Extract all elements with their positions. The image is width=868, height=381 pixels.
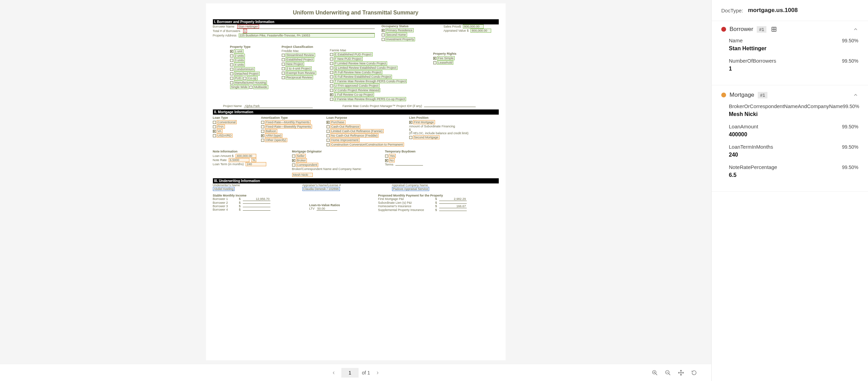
field-confidence: 99.50% xyxy=(843,104,859,109)
chevron-up-icon[interactable] xyxy=(853,92,858,98)
broker-company-value: Mesh Nicki xyxy=(292,173,313,177)
borrower2-label: Borrower 2 xyxy=(213,201,237,204)
fn-e: E Established PUD Project xyxy=(334,52,373,56)
field-name: Name xyxy=(729,38,743,43)
occ-second: Second Home xyxy=(385,33,407,37)
entity-name: Borrower xyxy=(730,26,753,33)
fm-recip: Reciprocal Review xyxy=(286,75,313,80)
property-address-label: Property Address xyxy=(213,34,237,37)
fm-exempt: Exempt from Review xyxy=(286,71,316,75)
homeowners-label: Homeowner's Insurance xyxy=(378,204,433,208)
fn-t: T Fannie Mae Review through PERS Condo P… xyxy=(334,79,407,83)
fn-1: 1 Full Review Co-op Project xyxy=(334,93,374,97)
first-pi-label: First Mortgage P&I xyxy=(378,197,433,201)
pt-single: Single Wide xyxy=(230,85,249,89)
field-block[interactable]: NoteRatePercentage99.50%6.5 xyxy=(729,164,858,178)
pt-mfg: Manufactured Housing xyxy=(234,81,267,85)
loan-term-label: Loan Term (in months) xyxy=(213,162,244,166)
appraisal-co-value: Padove Appraisal Service xyxy=(392,187,430,191)
entity-badge: #1 xyxy=(758,92,767,98)
note-info-label: Note Information xyxy=(213,150,285,153)
section2-header: II. Mortgage Information xyxy=(213,109,499,115)
ltv-text: LTV xyxy=(309,207,315,210)
pr-fee: Fee Simple xyxy=(437,56,455,60)
project-name-label: Project Name xyxy=(223,104,242,108)
field-value: 400000 xyxy=(729,131,858,138)
doctype-value: mortgage.us.1008 xyxy=(748,7,798,14)
sales-price-value: 800,000.00 xyxy=(463,24,484,29)
field-confidence: 99.50% xyxy=(842,124,858,129)
field-confidence: 99.50% xyxy=(842,144,858,150)
borrower1-label: Borrower 1 xyxy=(213,197,237,201)
field-block[interactable]: BrokerOrCorrespondentNameAndCompanyName9… xyxy=(729,103,858,117)
appraised-value: 800,000.00 xyxy=(471,29,491,33)
prev-page-button[interactable]: ‹ xyxy=(330,369,338,377)
pan-icon[interactable] xyxy=(678,369,684,376)
appraised-label: Appraised Value $ xyxy=(444,29,469,32)
field-value: 6.5 xyxy=(729,172,858,178)
fm-streamlined: Streamlined Review xyxy=(286,53,315,57)
mo-seller: Seller xyxy=(296,154,306,158)
borrower3-label: Borrower 3 xyxy=(213,204,237,208)
entity-body: BrokerOrCorrespondentNameAndCompanyName9… xyxy=(712,103,868,190)
lt-va: VA xyxy=(217,129,223,133)
svg-line-5 xyxy=(669,373,670,375)
homeowners-amount: 166.67 xyxy=(439,204,467,208)
lp-home: Home Improvement xyxy=(330,138,360,142)
lp-nocash: No Cash-Out Refinance (Freddie) xyxy=(330,134,379,138)
document-scroll-area[interactable]: Uniform Underwriting and Transmittal Sum… xyxy=(0,0,711,364)
entity-header-borrower[interactable]: Borrower#1 xyxy=(712,21,868,38)
pt-coop: Co-op xyxy=(247,76,258,80)
document-viewer: Uniform Underwriting and Transmittal Sum… xyxy=(0,0,711,381)
loan-amount-value: 400,000.00 xyxy=(236,154,256,158)
appraisal-co-label: Appraisal Company Name xyxy=(392,183,475,187)
field-name: NoteRatePercentage xyxy=(729,164,777,170)
am-monthly: Fixed-Rate—Monthly Payments xyxy=(265,120,311,124)
pr-lease: Leasehold xyxy=(437,61,454,65)
mo-broker: Broker xyxy=(296,158,307,162)
stable-income-label: Stable Monthly Income xyxy=(213,194,302,197)
page-number-input[interactable] xyxy=(341,368,359,378)
entity-dot-icon xyxy=(721,27,726,32)
next-page-button[interactable]: › xyxy=(373,369,382,377)
entity-header-mortgage[interactable]: Mortgage#1 xyxy=(712,87,868,103)
temp-buydown-label: Temporary Buydown xyxy=(385,150,437,153)
rotate-icon[interactable] xyxy=(691,369,698,376)
toolbar: ‹ of 1 › xyxy=(0,364,711,381)
amort-label: Amortization Type xyxy=(261,116,320,119)
lp-limited: Limited Cash-Out Refinance (Fannie) xyxy=(330,129,384,133)
entity-name: Mortgage xyxy=(730,92,754,98)
section3-header: III. Underwriting Information xyxy=(213,178,499,183)
appraiser-value: Claudia Denesik / 102896 xyxy=(302,187,340,191)
document-title: Uniform Underwriting and Transmittal Sum… xyxy=(213,10,499,16)
pt-3units: 3 units xyxy=(234,58,245,62)
underwriter-label: Underwriter's Name xyxy=(213,183,296,187)
sub-lien-label: Subordinate Lien (s) P&I xyxy=(378,201,433,204)
fn-s: S Full Review Established Condo Project xyxy=(334,75,392,79)
zoom-in-icon[interactable] xyxy=(651,369,658,376)
zoom-out-icon[interactable] xyxy=(664,369,671,376)
pt-detached: Detached Project xyxy=(234,72,260,76)
occ-primary: Primary Residence xyxy=(385,28,414,32)
extraction-sidebar: DocType: mortgage.us.1008 Borrower#1Name… xyxy=(711,0,868,381)
loan-amount-label: Loan Amount $ xyxy=(213,154,234,158)
field-name: NumberOfBorrowers xyxy=(729,58,776,64)
mortgage-orig-label: Mortgage Originator xyxy=(292,150,378,153)
loan-type-label: Loan Type xyxy=(213,116,254,119)
field-block[interactable]: NumberOfBorrowers99.50%1 xyxy=(729,58,858,72)
pt-4units: 4 units xyxy=(234,63,245,67)
field-value: Mesh Nicki xyxy=(729,111,858,117)
subordinate-label: Amount of Subordinate Financing xyxy=(409,125,471,128)
doctype-row: DocType: mortgage.us.1008 xyxy=(712,0,868,21)
note-rate-value: 6.5000 xyxy=(229,158,249,162)
field-value: 1 xyxy=(729,66,858,72)
field-block[interactable]: LoanTermInMonths99.50%240 xyxy=(729,144,858,158)
b1-amount: 12,956.70 xyxy=(243,197,270,201)
note-rate-pct: % xyxy=(251,158,256,162)
field-block[interactable]: LoanAmount99.50%400000 xyxy=(729,124,858,138)
fn-v: V Condo Project Review Waived xyxy=(334,88,381,92)
chevron-up-icon[interactable] xyxy=(853,27,858,32)
field-block[interactable]: Name99.50%Stan Hettinger xyxy=(729,38,858,52)
property-rights-label: Property Rights xyxy=(433,52,475,55)
heloc-note: (If HELOC, include balance and credit li… xyxy=(409,131,471,135)
